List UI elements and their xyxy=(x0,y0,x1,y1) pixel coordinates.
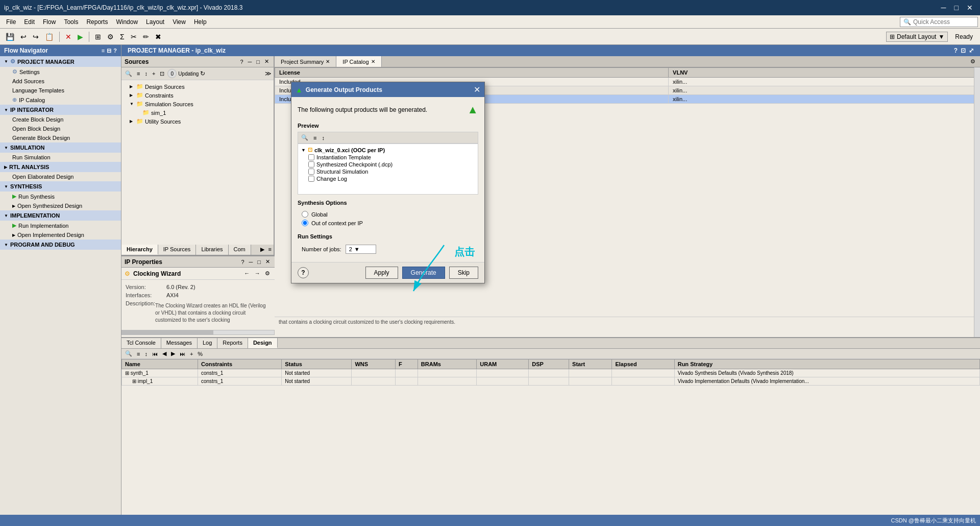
runs-first-icon[interactable]: ⏮ xyxy=(151,350,159,357)
runs-filter-icon[interactable]: ≡ xyxy=(135,350,141,357)
tab-reports[interactable]: Reports xyxy=(217,338,248,348)
tab-ip-catalog-main[interactable]: IP Catalog ✕ xyxy=(336,56,381,67)
tb-btn1[interactable]: ⊞ xyxy=(92,31,104,42)
skip-button[interactable]: Skip xyxy=(449,267,478,279)
radio-ooc[interactable]: Out of context per IP xyxy=(302,220,474,226)
quick-access-box[interactable]: 🔍 xyxy=(900,17,978,27)
ip-catalog-close-icon[interactable]: ✕ xyxy=(371,59,375,64)
ip-props-max-btn[interactable]: □ xyxy=(256,258,262,266)
apply-button[interactable]: Apply xyxy=(365,267,398,279)
preview-checkbox-2[interactable] xyxy=(308,161,314,168)
sources-refresh-icon[interactable]: ⊡ xyxy=(158,70,166,78)
preview-checkbox-4[interactable] xyxy=(308,176,314,182)
delete-button[interactable]: ✕ xyxy=(63,31,74,42)
menu-layout[interactable]: Layout xyxy=(142,17,168,27)
window-controls[interactable]: ─ □ ✕ xyxy=(938,3,976,13)
jobs-dropdown[interactable]: 2 ▼ xyxy=(346,245,376,254)
nav-item-language-templates[interactable]: Language Templates xyxy=(0,86,121,95)
nav-item-settings[interactable]: ⚙ Settings xyxy=(0,67,121,77)
sources-search-icon[interactable]: 🔍 xyxy=(124,70,134,78)
runs-prev-icon[interactable]: ◀ xyxy=(161,350,168,357)
nav-section-rtl[interactable]: ▶ RTL ANALYSIS xyxy=(0,162,121,172)
tree-design-sources[interactable]: ▶ 📁 Design Sources xyxy=(121,82,274,91)
radio-global-input[interactable] xyxy=(302,211,308,218)
nav-item-open-synthesized[interactable]: ▶ Open Synthesized Design xyxy=(0,201,121,210)
ip-props-help-btn[interactable]: ? xyxy=(239,258,246,266)
run-button[interactable]: ▶ xyxy=(75,31,86,42)
nav-section-implementation[interactable]: ▼ IMPLEMENTATION xyxy=(0,210,121,221)
generate-button[interactable]: Generate xyxy=(402,267,445,279)
content-expand-icon[interactable]: ⤢ xyxy=(969,47,974,54)
sources-min-btn[interactable]: ─ xyxy=(247,58,254,65)
ip-nav-back[interactable]: ← xyxy=(242,270,251,277)
nav-item-run-implementation[interactable]: ▶ Run Implementation xyxy=(0,221,121,230)
minimize-button[interactable]: ─ xyxy=(938,3,949,13)
tree-utility-sources[interactable]: ▶ 📁 Utility Sources xyxy=(121,117,274,126)
tab-hierarchy[interactable]: Hierarchy xyxy=(121,245,158,255)
sources-expand-icon[interactable]: ≫ xyxy=(265,70,272,77)
ip-props-scrollbar[interactable] xyxy=(121,330,275,335)
preview-filter-icon[interactable]: ≡ xyxy=(312,134,318,141)
nav-item-ip-catalog[interactable]: ⊕ IP Catalog xyxy=(0,95,121,105)
proj-summary-close-icon[interactable]: ✕ xyxy=(326,59,330,64)
redo-button[interactable]: ↪ xyxy=(30,31,41,42)
tb-btn5[interactable]: ✏ xyxy=(140,31,152,42)
preview-checkbox-1[interactable] xyxy=(308,154,314,160)
runs-last-icon[interactable]: ⏭ xyxy=(178,350,187,357)
tab-more-icon[interactable]: ▶ xyxy=(258,245,266,255)
nav-item-open-implemented[interactable]: ▶ Open Implemented Design xyxy=(0,230,121,240)
run-row-2[interactable]: ⊞ impl_1 constrs_1 Not started Vi xyxy=(122,377,980,386)
menu-view[interactable]: View xyxy=(168,17,190,27)
flow-nav-scroll[interactable]: ▼ ⚙ PROJECT MANAGER ⚙ Settings Add Sourc… xyxy=(0,56,121,526)
save-button[interactable]: 💾 xyxy=(3,31,17,42)
tab-design-runs[interactable]: Design xyxy=(248,338,278,348)
runs-sort-icon[interactable]: ↕ xyxy=(143,350,149,357)
nav-item-open-block-design[interactable]: Open Block Design xyxy=(0,124,121,133)
quick-access-input[interactable] xyxy=(913,18,974,26)
menu-window[interactable]: Window xyxy=(112,17,142,27)
ip-settings-btn[interactable]: ⚙ xyxy=(263,270,272,277)
generate-output-products-dialog[interactable]: ▲ Generate Output Products ✕ The followi… xyxy=(291,82,485,283)
runs-search-icon[interactable]: 🔍 xyxy=(124,350,134,357)
preview-item-2[interactable]: Synthesized Checkpoint (.dcp) xyxy=(300,161,476,168)
preview-checkbox-3[interactable] xyxy=(308,169,314,175)
preview-item-3[interactable]: Structural Simulation xyxy=(300,168,476,175)
menu-file[interactable]: File xyxy=(2,17,20,27)
radio-global[interactable]: Global xyxy=(302,211,474,218)
tab-tcl-console[interactable]: Tcl Console xyxy=(121,338,161,348)
tab-ip-sources[interactable]: IP Sources xyxy=(158,245,197,255)
dialog-close-button[interactable]: ✕ xyxy=(474,85,480,94)
tab-project-summary[interactable]: Project Summary ✕ xyxy=(275,56,336,67)
preview-item-4[interactable]: Change Log xyxy=(300,175,476,182)
runs-table-container[interactable]: Name Constraints Status WNS F BRAMs URAM… xyxy=(121,359,980,521)
menu-help[interactable]: Help xyxy=(190,17,211,27)
menu-reports[interactable]: Reports xyxy=(82,17,112,27)
runs-next-icon[interactable]: ▶ xyxy=(169,350,177,357)
preview-search-icon[interactable]: 🔍 xyxy=(300,134,310,141)
nav-item-add-sources[interactable]: Add Sources xyxy=(0,77,121,86)
tb-btn3[interactable]: Σ xyxy=(117,31,127,42)
tab-options-icon[interactable]: ≡ xyxy=(266,245,274,255)
tb-btn2[interactable]: ⚙ xyxy=(105,31,116,42)
nav-item-run-simulation[interactable]: Run Simulation xyxy=(0,153,121,162)
undo-button[interactable]: ↩ xyxy=(18,31,29,42)
ip-props-min-btn[interactable]: ─ xyxy=(248,258,255,266)
sources-tree[interactable]: ▶ 📁 Design Sources ▶ 📁 Constraints ▼ 📁 S… xyxy=(121,80,274,245)
nav-section-project-manager[interactable]: ▼ ⚙ PROJECT MANAGER xyxy=(0,56,121,67)
menu-edit[interactable]: Edit xyxy=(20,17,39,27)
tab-messages[interactable]: Messages xyxy=(161,338,198,348)
sources-help-btn[interactable]: ? xyxy=(238,58,244,65)
tb-btn6[interactable]: ✖ xyxy=(153,31,164,42)
sources-sort-icon[interactable]: ↕ xyxy=(143,70,149,77)
menu-tools[interactable]: Tools xyxy=(60,17,82,27)
tree-constraints[interactable]: ▶ 📁 Constraints xyxy=(121,91,274,100)
tree-simulation-sources[interactable]: ▼ 📁 Simulation Sources xyxy=(121,100,274,108)
restore-button[interactable]: □ xyxy=(951,3,962,13)
content-split-icon[interactable]: ⊡ xyxy=(961,47,966,54)
sources-filter-icon[interactable]: ≡ xyxy=(135,70,141,77)
layout-dropdown[interactable]: ⊞ Default Layout ▼ xyxy=(886,32,948,42)
runs-percent-icon[interactable]: % xyxy=(196,350,204,357)
nav-item-create-block-design[interactable]: Create Block Design xyxy=(0,115,121,124)
ip-nav-fwd[interactable]: → xyxy=(253,270,262,277)
right-vscroll[interactable] xyxy=(974,67,980,337)
